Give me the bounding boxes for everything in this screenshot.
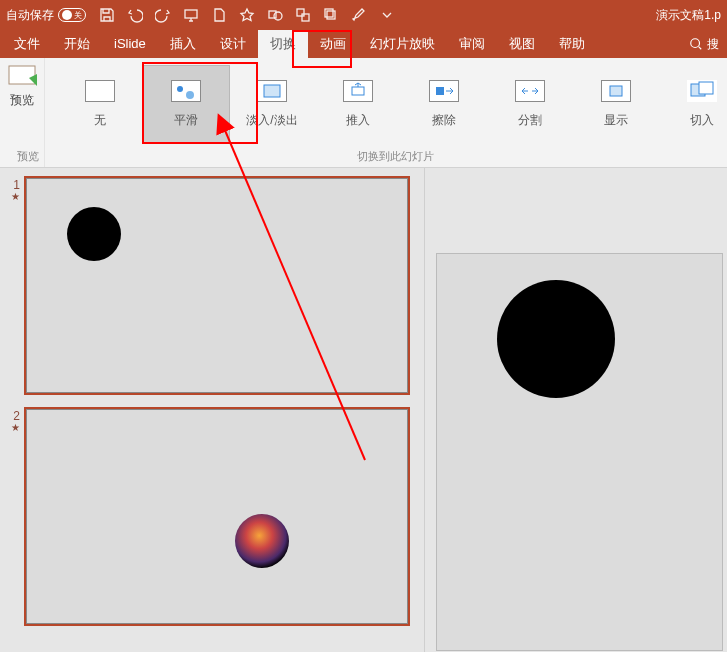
redo-icon[interactable]	[154, 6, 172, 24]
animation-star-icon: ★	[4, 423, 20, 433]
transition-gallery: 无 平滑 淡入/淡出 推入	[57, 66, 727, 142]
svg-rect-11	[264, 85, 280, 97]
transition-push[interactable]: 推入	[315, 66, 401, 142]
transition-wipe[interactable]: 擦除	[401, 66, 487, 142]
transition-morph-label: 平滑	[174, 112, 198, 129]
tab-animations[interactable]: 动画	[308, 30, 358, 58]
slide-meta: 1 ★	[4, 178, 26, 202]
slide-meta: 2 ★	[4, 409, 26, 433]
search-box[interactable]: 搜	[689, 36, 725, 53]
autosave-label: 自动保存	[6, 7, 54, 24]
slide-1-canvas	[26, 178, 408, 393]
transition-push-icon	[343, 80, 373, 102]
slide-panel: 1 ★ 2 ★	[0, 168, 424, 652]
group-icon[interactable]	[294, 6, 312, 24]
preview-icon	[7, 64, 37, 88]
search-label: 搜	[707, 36, 719, 53]
transition-split-icon	[515, 80, 545, 102]
svg-rect-0	[185, 10, 197, 18]
transition-morph-icon	[171, 80, 201, 102]
slide-thumbnail-1[interactable]: 1 ★	[4, 178, 424, 393]
brush-icon[interactable]	[350, 6, 368, 24]
tab-islide[interactable]: iSlide	[102, 30, 158, 58]
tab-transitions[interactable]: 切换	[258, 30, 308, 58]
preview-label: 预览	[10, 92, 34, 109]
transition-push-label: 推入	[346, 112, 370, 129]
svg-rect-5	[327, 11, 335, 19]
new-icon[interactable]	[210, 6, 228, 24]
autosave-toggle[interactable]: 自动保存 关	[6, 7, 86, 24]
undo-icon[interactable]	[126, 6, 144, 24]
black-circle-shape[interactable]	[497, 280, 615, 398]
autosave-state: 关	[74, 10, 82, 21]
transition-none-label: 无	[94, 112, 106, 129]
transition-cut[interactable]: 切入	[659, 66, 727, 142]
preview-button[interactable]: 预览	[0, 64, 44, 109]
svg-rect-12	[352, 87, 364, 95]
quick-access-toolbar	[98, 6, 396, 24]
tab-help[interactable]: 帮助	[547, 30, 597, 58]
transition-reveal-icon	[601, 80, 631, 102]
transition-split-label: 分割	[518, 112, 542, 129]
menu-bar: 文件 开始 iSlide 插入 设计 切换 动画 幻灯片放映 审阅 视图 帮助 …	[0, 30, 727, 58]
layer-icon[interactable]	[322, 6, 340, 24]
svg-rect-13	[436, 87, 444, 95]
svg-point-7	[691, 39, 700, 48]
svg-rect-3	[297, 9, 304, 16]
svg-rect-14	[610, 86, 622, 96]
tab-file[interactable]: 文件	[2, 30, 52, 58]
ribbon-preview-group: 预览 预览	[0, 58, 45, 167]
toggle-switch[interactable]: 关	[58, 8, 86, 22]
ribbon: 预览 预览 无 平滑 淡入/淡出	[0, 58, 727, 168]
transition-fade-icon	[257, 80, 287, 102]
transition-morph[interactable]: 平滑	[143, 66, 229, 142]
svg-point-10	[186, 91, 194, 99]
slideshow-icon[interactable]	[182, 6, 200, 24]
animation-star-icon: ★	[4, 192, 20, 202]
main-slide-canvas[interactable]	[437, 254, 722, 650]
transition-cut-label: 切入	[690, 112, 714, 129]
transition-none-icon	[85, 80, 115, 102]
ribbon-transitions-group: 无 平滑 淡入/淡出 推入	[45, 58, 727, 167]
transition-wipe-label: 擦除	[432, 112, 456, 129]
transition-wipe-icon	[429, 80, 459, 102]
editor-area	[424, 168, 727, 652]
shape-icon[interactable]	[266, 6, 284, 24]
svg-rect-16	[699, 82, 713, 94]
transition-none[interactable]: 无	[57, 66, 143, 142]
transition-fade[interactable]: 淡入/淡出	[229, 66, 315, 142]
toggle-knob	[62, 10, 72, 20]
title-bar: 自动保存 关 演示文稿1.p	[0, 0, 727, 30]
more-icon[interactable]	[378, 6, 396, 24]
svg-rect-6	[325, 9, 333, 17]
svg-point-9	[177, 86, 183, 92]
tab-slideshow[interactable]: 幻灯片放映	[358, 30, 447, 58]
tab-review[interactable]: 审阅	[447, 30, 497, 58]
workspace: 1 ★ 2 ★	[0, 168, 727, 652]
tab-insert[interactable]: 插入	[158, 30, 208, 58]
slide-2-canvas	[26, 409, 408, 624]
black-circle-shape	[67, 207, 121, 261]
transition-reveal[interactable]: 显示	[573, 66, 659, 142]
transition-split[interactable]: 分割	[487, 66, 573, 142]
transition-cut-icon	[687, 80, 717, 102]
svg-rect-4	[302, 14, 309, 21]
image-circle-shape	[235, 514, 289, 568]
star-icon[interactable]	[238, 6, 256, 24]
save-icon[interactable]	[98, 6, 116, 24]
document-name: 演示文稿1.p	[656, 7, 721, 24]
slide-number: 1	[4, 178, 20, 192]
slide-number: 2	[4, 409, 20, 423]
slide-thumbnail-2[interactable]: 2 ★	[4, 409, 424, 624]
search-icon	[689, 37, 703, 51]
transition-reveal-label: 显示	[604, 112, 628, 129]
tab-design[interactable]: 设计	[208, 30, 258, 58]
transition-fade-label: 淡入/淡出	[246, 112, 297, 129]
transitions-group-label: 切换到此幻灯片	[45, 149, 727, 164]
tab-view[interactable]: 视图	[497, 30, 547, 58]
tab-home[interactable]: 开始	[52, 30, 102, 58]
svg-point-2	[274, 12, 282, 20]
svg-rect-8	[9, 66, 35, 84]
